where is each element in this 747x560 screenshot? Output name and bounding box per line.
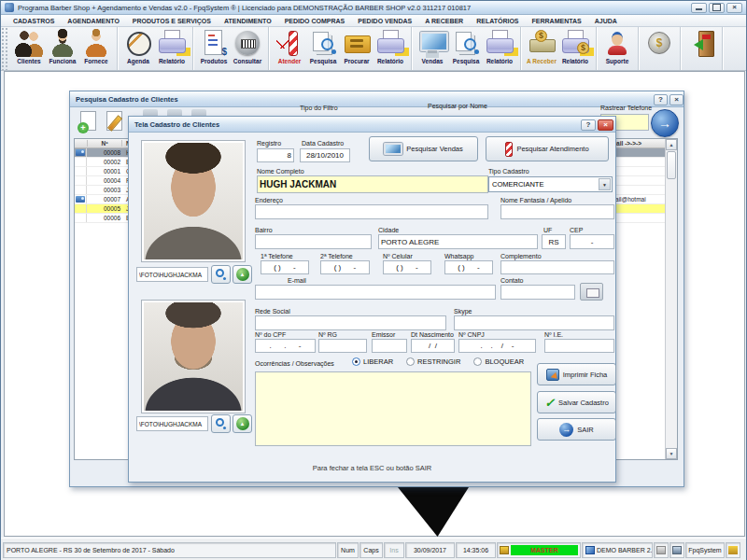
salvar-cadastro-button[interactable]: ✓ Salvar Cadastro xyxy=(537,391,616,413)
radio-restringir[interactable]: RESTRINGIR xyxy=(406,357,460,366)
toolbar-button-clientes[interactable]: Clientes xyxy=(13,29,45,64)
toolbar-button-suporte[interactable]: Suporte xyxy=(601,29,633,64)
menu-pedido-compras[interactable]: PEDIDO COMPRAS xyxy=(278,18,352,24)
photo1-path-input[interactable] xyxy=(136,267,208,282)
tel2-field[interactable] xyxy=(320,260,370,274)
endereco-field[interactable] xyxy=(255,204,488,219)
celular-field[interactable] xyxy=(383,260,431,274)
contato-field[interactable] xyxy=(500,285,575,300)
agenda-icon xyxy=(123,29,153,57)
pesquisa-help-button[interactable]: ? xyxy=(654,94,668,105)
toolbar-button-procurar[interactable]: Procurar xyxy=(341,29,373,64)
pesquisar-atendimento-button[interactable]: Pesquisar Atendimento xyxy=(486,136,609,161)
menu-ferramentas[interactable]: FERRAMENTAS xyxy=(526,18,588,24)
toolbar-button-relatorio-agenda[interactable]: Relatório xyxy=(156,29,188,64)
menu-a-receber[interactable]: A RECEBER xyxy=(418,18,470,24)
toolbar-label: Procurar xyxy=(344,58,369,64)
drawer-icon xyxy=(342,29,372,57)
toolbar-button-relatorio-receber[interactable]: $Relatório xyxy=(559,29,591,64)
photo2-upload-button[interactable]: ▲ xyxy=(233,414,252,433)
tipo-cadastro-select[interactable]: COMERCIANTE ▼ xyxy=(488,176,613,192)
email-field[interactable] xyxy=(255,285,496,300)
toolbar-button-pesquisa-vendas[interactable]: Pesquisa xyxy=(450,29,482,64)
toolbar-button-a-receber[interactable]: $A Receber xyxy=(526,29,557,64)
toolbar-button-agenda[interactable]: Agenda xyxy=(122,29,154,64)
close-button[interactable] xyxy=(726,3,742,13)
sair-button[interactable]: → SAIR xyxy=(537,418,616,441)
toolbar-button-pesquisa-atendimento[interactable]: Pesquisa xyxy=(307,29,339,64)
menu-ajuda[interactable]: AJUDA xyxy=(588,18,624,24)
print-icon xyxy=(546,369,559,381)
search-go-button[interactable]: → xyxy=(651,109,679,137)
photo1-upload-button[interactable]: ▲ xyxy=(233,265,252,284)
observacoes-textarea[interactable] xyxy=(255,371,531,446)
tel1-field[interactable] xyxy=(261,260,309,274)
menu-produtos-e-servi-os[interactable]: PRODUTOS E SERVIÇOS xyxy=(126,18,218,24)
send-email-button[interactable] xyxy=(580,283,603,301)
uf-field[interactable] xyxy=(542,234,566,249)
photo2-path-input[interactable] xyxy=(136,416,208,431)
toolbar-button-relatorio-vendas[interactable]: Relatório xyxy=(484,29,515,64)
pesquisar-vendas-button[interactable]: Pesquisar Vendas xyxy=(369,136,478,161)
dt-nascimento-field[interactable] xyxy=(411,339,455,353)
dialog-help-button[interactable]: ? xyxy=(581,119,596,131)
menu-atendimento[interactable]: ATENDIMENTO xyxy=(218,18,278,24)
nome-completo-field[interactable] xyxy=(257,175,488,193)
radio-label: RESTRINGIR xyxy=(417,357,460,366)
status-brand: FpqSystem xyxy=(685,542,725,558)
cep-field[interactable] xyxy=(570,234,614,249)
scroll-thumb[interactable] xyxy=(667,151,676,179)
data-cadastro-field[interactable] xyxy=(300,148,350,162)
toolbar-button-consultar[interactable]: Consultar xyxy=(232,29,263,64)
rede-social-field[interactable] xyxy=(255,315,446,330)
nome-fantasia-field[interactable] xyxy=(500,204,614,219)
toolbar-button-funcionario[interactable]: Funciona xyxy=(47,29,78,64)
dialog-close-button[interactable]: × xyxy=(598,119,613,131)
maximize-button[interactable] xyxy=(709,3,725,13)
radio-bloquear[interactable]: BLOQUEAR xyxy=(473,357,524,366)
grid-scrollbar[interactable]: ▲ ▼ xyxy=(665,139,677,459)
toolbar-button-sair-sistema[interactable] xyxy=(685,29,717,57)
tel2-label: 2ª Telefone xyxy=(320,253,353,259)
registro-field[interactable] xyxy=(257,148,294,162)
toolbar-button-atender[interactable]: Atender xyxy=(274,29,305,64)
toolbar-button-vendas[interactable]: Vendas xyxy=(416,29,448,64)
toolbar-button-fornecedor[interactable]: Fornece xyxy=(80,29,112,64)
scroll-up-icon[interactable]: ▲ xyxy=(666,139,677,150)
menu-relat-rios[interactable]: RELATÓRIOS xyxy=(470,18,525,24)
complemento-field[interactable] xyxy=(500,260,614,274)
menu-cadastros[interactable]: CADASTROS xyxy=(7,18,61,24)
row-indicator xyxy=(75,167,87,175)
radio-liberar[interactable]: LIBERAR xyxy=(352,357,393,366)
bairro-field[interactable] xyxy=(255,234,372,249)
skype-field[interactable] xyxy=(454,315,614,330)
workspace: Pesquisa Cadastro de Clientes ? × Tipo d… xyxy=(4,71,745,537)
whatsapp-field[interactable] xyxy=(444,260,493,274)
menu-agendamento[interactable]: AGENDAMENTO xyxy=(61,18,125,24)
radio-dot-icon[interactable] xyxy=(352,357,360,366)
scroll-down-icon[interactable]: ▼ xyxy=(666,448,677,459)
row-numero: 00004 xyxy=(87,177,120,184)
add-record-button[interactable] xyxy=(78,111,98,133)
cep-label: CEP xyxy=(570,227,583,233)
row-indicator xyxy=(75,214,87,222)
minimize-button[interactable] xyxy=(691,3,707,13)
emissor-field[interactable] xyxy=(372,339,407,353)
chevron-down-icon[interactable]: ▼ xyxy=(599,178,611,190)
photo1-search-button[interactable] xyxy=(211,265,231,284)
menu-pedido-vendas[interactable]: PEDIDO VENDAS xyxy=(351,18,418,24)
cpf-field[interactable] xyxy=(255,339,316,353)
toolbar-button-moeda[interactable] xyxy=(643,29,675,57)
toolbar-button-relatorio-atendimento[interactable]: Relatório xyxy=(374,29,406,64)
imprimir-ficha-button[interactable]: Imprimir Ficha xyxy=(537,363,616,385)
rg-field[interactable] xyxy=(318,339,367,353)
ie-field[interactable] xyxy=(544,339,614,353)
cnpj-field[interactable] xyxy=(458,339,536,353)
toolbar-button-produtos[interactable]: Produtos xyxy=(198,29,230,64)
radio-dot-icon[interactable] xyxy=(406,357,415,366)
cidade-field[interactable] xyxy=(378,234,538,249)
radio-dot-icon[interactable] xyxy=(473,357,482,366)
edit-record-button[interactable] xyxy=(104,111,124,133)
pesquisa-close-button[interactable]: × xyxy=(669,94,684,105)
photo2-search-button[interactable] xyxy=(211,414,231,433)
